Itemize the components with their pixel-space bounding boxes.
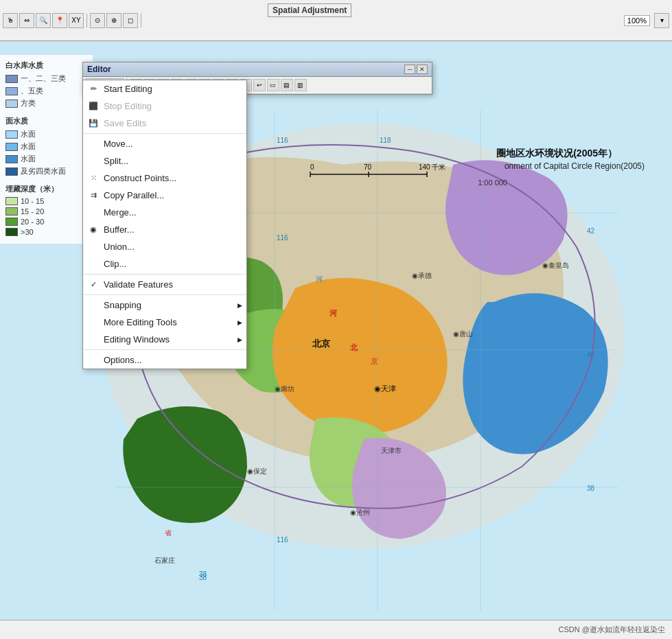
zoom-level-display: 100% (624, 15, 650, 26)
main-area: 116 118 42 40 42 116 116 38 38 38 河 北京 北… (0, 41, 672, 639)
toolbar-sep-2 (141, 14, 141, 27)
editor-window-title: Editor (87, 65, 111, 74)
toolbar-btn-4[interactable]: 📍 (52, 13, 67, 28)
menu-item-buffer[interactable]: ◉ Buffer... (83, 221, 246, 238)
map-title-en: onment of Capital Circle Region(2005) (505, 161, 645, 171)
menu-item-snapping[interactable]: Snapping (83, 297, 246, 314)
svg-text:38: 38 (587, 485, 595, 492)
menu-item-clip[interactable]: Clip... (83, 255, 246, 272)
editor-dropdown-menu: ✏ Start Editing ⬛ Stop Editing 💾 Save Ed… (82, 80, 247, 369)
toolbar-area: 🖱 ⇔ 🔍 📍 XY ⊙ ⊕ ◻ Spatial Adjustment 100%… (0, 0, 672, 41)
start-editing-icon: ✏ (87, 84, 100, 93)
legend-panel: 白水库水质 一、二、三类 、五类 方类 面水质 水面 水面 水面 及劣 (0, 55, 93, 244)
toolbar-btn-7[interactable]: ⊕ (106, 13, 121, 28)
svg-text:118: 118 (380, 137, 391, 144)
svg-text:140 千米: 140 千米 (419, 163, 445, 171)
tool-attr[interactable]: ▤ (281, 79, 293, 91)
svg-text:116: 116 (277, 536, 288, 544)
tool-sketch[interactable]: ▭ (267, 79, 279, 91)
validate-icon: ✓ (87, 280, 100, 289)
svg-text:◉保定: ◉保定 (247, 467, 267, 475)
menu-item-union[interactable]: Union... (83, 238, 246, 255)
svg-text:北京: 北京 (312, 338, 331, 349)
svg-text:◉廊坊: ◉廊坊 (275, 385, 294, 393)
toolbar-btn-6[interactable]: ⊙ (90, 13, 105, 28)
svg-text:河: 河 (329, 309, 338, 317)
svg-text:40: 40 (587, 351, 595, 358)
save-edits-icon: 💾 (87, 119, 100, 128)
map-scale: 1:00 000 (478, 178, 507, 187)
svg-text:116: 116 (277, 137, 288, 144)
menu-item-move[interactable]: Move... (83, 135, 246, 152)
menu-item-merge[interactable]: Merge... (83, 204, 246, 221)
svg-text:◉唐山: ◉唐山 (453, 330, 473, 338)
svg-text:70: 70 (364, 163, 372, 171)
legend-surface-1: 水面 (5, 129, 87, 139)
menu-item-construct-points[interactable]: ⁙ Construct Points... (83, 170, 246, 187)
menu-sep-3 (83, 294, 246, 295)
buffer-icon: ◉ (87, 225, 100, 234)
svg-text:42: 42 (587, 227, 595, 235)
legend-surface-4: 及劣四类水面 (5, 166, 87, 176)
editor-titlebar[interactable]: Editor ─ ✕ (83, 62, 432, 77)
svg-text:◉承德: ◉承德 (412, 272, 432, 279)
legend-depth-1: 15 - 20 (5, 207, 87, 216)
svg-text:石家庄: 石家庄 (154, 557, 175, 564)
menu-sep-1 (83, 133, 246, 134)
svg-text:省: 省 (165, 529, 172, 537)
menu-item-start-editing[interactable]: ✏ Start Editing (83, 80, 246, 97)
stop-editing-icon: ⬛ (87, 102, 100, 111)
svg-text:◉秦皇岛: ◉秦皇岛 (542, 262, 569, 269)
legend-surface-3: 水面 (5, 154, 87, 164)
legend-item-2: 、五类 (5, 86, 87, 96)
legend-surface-title: 面水质 (5, 116, 87, 126)
pin-button[interactable]: ─ (404, 65, 415, 74)
svg-text:116: 116 (277, 234, 288, 242)
bottom-bar: CSDN @逝水如流年轻往返染尘 (0, 620, 672, 639)
menu-sep-4 (83, 349, 246, 350)
close-button[interactable]: ✕ (417, 65, 428, 74)
toolbar-btn-8[interactable]: ◻ (123, 13, 138, 28)
svg-text:0: 0 (310, 163, 314, 171)
toolbar-btn-3[interactable]: 🔍 (36, 13, 51, 28)
tool-more[interactable]: ▥ (294, 79, 307, 91)
toolbar-btn-5[interactable]: XY (69, 13, 84, 28)
svg-text:◉沧州: ◉沧州 (350, 509, 370, 516)
menu-item-validate-features[interactable]: ✓ Validate Features (83, 276, 246, 293)
svg-text:京: 京 (371, 357, 378, 365)
legend-surface-2: 水面 (5, 141, 87, 152)
legend-depth-3: >30 (5, 228, 87, 236)
construct-points-icon: ⁙ (87, 174, 100, 183)
svg-text:北: 北 (349, 343, 358, 351)
tool-undo[interactable]: ↩ (253, 79, 266, 91)
svg-text:河: 河 (316, 275, 323, 283)
legend-item-1: 一、二、三类 (5, 73, 87, 84)
bottom-credit: CSDN @逝水如流年轻往返染尘 (559, 625, 665, 635)
titlebar-controls: ─ ✕ (404, 65, 428, 74)
toolbar-btn-2[interactable]: ⇔ (19, 13, 34, 28)
menu-item-split[interactable]: Split... (83, 152, 246, 170)
legend-item-3: 方类 (5, 98, 87, 108)
menu-sep-2 (83, 274, 246, 275)
menu-item-editing-windows[interactable]: Editing Windows (83, 331, 246, 348)
menu-item-options[interactable]: Options... (83, 351, 246, 369)
toolbar-btn-zoom[interactable]: ▾ (654, 13, 669, 28)
map-title-zh: 圈地区水环境状况(2005年） (496, 148, 617, 160)
copy-parallel-icon: ⇉ (87, 191, 100, 200)
menu-item-copy-parallel[interactable]: ⇉ Copy Parallel... (83, 187, 246, 204)
svg-text:38: 38 (199, 570, 207, 578)
svg-text:◉天津: ◉天津 (374, 384, 396, 393)
menu-item-save-edits[interactable]: 💾 Save Edits (83, 115, 246, 132)
menu-item-stop-editing[interactable]: ⬛ Stop Editing (83, 97, 246, 115)
spatial-adj-label: Spatial Adjustment (268, 3, 351, 17)
toolbar-sep-1 (86, 14, 87, 27)
menu-item-more-editing-tools[interactable]: More Editing Tools (83, 314, 246, 331)
toolbar-btn-1[interactable]: 🖱 (3, 13, 18, 28)
legend-depth-2: 20 - 30 (5, 218, 87, 226)
svg-text:天津市: 天津市 (381, 447, 402, 454)
legend-depth-0: 10 - 15 (5, 197, 87, 205)
legend-depth-title: 埋藏深度（米） (5, 184, 87, 194)
legend-water-quality-title: 白水库水质 (5, 60, 87, 71)
